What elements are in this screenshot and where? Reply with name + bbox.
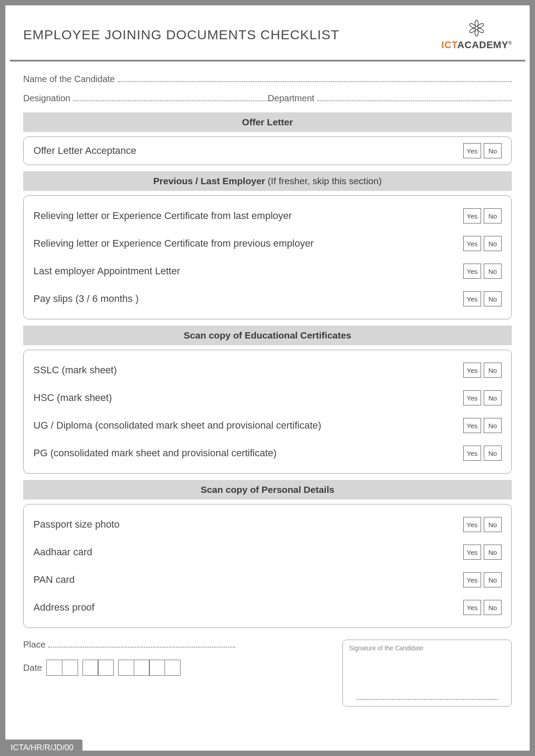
candidate-name-label: Name of the Candidate: [23, 74, 115, 84]
department-input[interactable]: [317, 93, 512, 101]
footer: Place Date: [5, 628, 530, 706]
checklist-item: Pay slips (3 / 6 months ) Yes No: [33, 285, 502, 313]
header: EMPLOYEE JOINING DOCUMENTS CHECKLIST ICT…: [5, 5, 530, 60]
no-checkbox[interactable]: No: [484, 291, 502, 306]
signature-label: Signature of the Candidate: [349, 644, 505, 652]
yes-checkbox[interactable]: Yes: [463, 517, 481, 532]
yes-no-group: Yes No: [463, 291, 502, 306]
date-box[interactable]: [98, 660, 114, 676]
item-label: Relieving letter or Experience Certifica…: [33, 210, 292, 222]
date-box[interactable]: [118, 660, 134, 676]
item-label: Aadhaar card: [33, 546, 92, 558]
candidate-name-input[interactable]: [118, 74, 512, 82]
item-label: Address proof: [33, 602, 95, 613]
item-label: Offer Letter Acceptance: [33, 145, 136, 157]
registered-mark-icon: ®: [508, 41, 512, 45]
item-label: PAN card: [33, 574, 75, 586]
svg-point-0: [475, 20, 478, 27]
yes-no-group: Yes No: [463, 418, 502, 433]
no-checkbox[interactable]: No: [484, 264, 502, 279]
date-box[interactable]: [134, 660, 150, 676]
page-title: EMPLOYEE JOINING DOCUMENTS CHECKLIST: [23, 27, 339, 42]
yes-no-group: Yes No: [463, 390, 502, 405]
item-label: HSC (mark sheet): [33, 392, 112, 404]
checklist-item: PG (consolidated mark sheet and provisio…: [33, 439, 502, 467]
date-box[interactable]: [165, 660, 181, 676]
candidate-name-field: Name of the Candidate: [23, 74, 512, 84]
logo-ict: ICT: [441, 39, 457, 50]
form-content: Name of the Candidate Designation Depart…: [5, 62, 530, 628]
document-code: ICTA/HR/R/JD/00: [0, 739, 82, 756]
item-label: Passport size photo: [33, 519, 119, 530]
checklist-item: PAN card Yes No: [33, 566, 502, 594]
date-box[interactable]: [82, 660, 99, 676]
place-field: Place: [23, 640, 325, 650]
item-label: Last employer Appointment Letter: [33, 265, 180, 277]
no-checkbox[interactable]: No: [484, 390, 502, 405]
date-month-boxes: [82, 660, 114, 676]
yes-no-group: Yes No: [463, 363, 502, 378]
document-page: EMPLOYEE JOINING DOCUMENTS CHECKLIST ICT…: [0, 0, 535, 756]
yes-no-group: Yes No: [463, 572, 502, 587]
yes-checkbox[interactable]: Yes: [463, 291, 481, 306]
signature-line: [356, 699, 498, 700]
designation-label: Designation: [23, 93, 70, 103]
yes-checkbox[interactable]: Yes: [463, 545, 481, 560]
date-box[interactable]: [46, 660, 62, 676]
section-box-offer: Offer Letter Acceptance Yes No: [23, 136, 512, 165]
date-year-boxes: [118, 660, 181, 676]
no-checkbox[interactable]: No: [484, 208, 502, 223]
no-checkbox[interactable]: No: [484, 143, 502, 158]
checklist-item: Aadhaar card Yes No: [33, 538, 502, 566]
no-checkbox[interactable]: No: [484, 572, 502, 587]
section-header-personal: Scan copy of Personal Details: [23, 480, 512, 500]
yes-no-group: Yes No: [463, 545, 502, 560]
yes-checkbox[interactable]: Yes: [463, 418, 481, 433]
yes-checkbox[interactable]: Yes: [463, 208, 481, 223]
section-header-offer: Offer Letter: [23, 112, 512, 132]
yes-no-group: Yes No: [463, 446, 502, 461]
section-box-education: SSLC (mark sheet) Yes No HSC (mark sheet…: [23, 350, 512, 474]
no-checkbox[interactable]: No: [484, 363, 502, 378]
checklist-item: Relieving letter or Experience Certifica…: [33, 230, 502, 257]
checklist-item: UG / Diploma (consolidated mark sheet an…: [33, 412, 502, 439]
no-checkbox[interactable]: No: [484, 545, 502, 560]
section-header-education: Scan copy of Educational Certificates: [23, 326, 512, 345]
yes-checkbox[interactable]: Yes: [463, 236, 481, 251]
yes-checkbox[interactable]: Yes: [463, 143, 481, 158]
place-input[interactable]: [48, 640, 235, 648]
no-checkbox[interactable]: No: [484, 517, 502, 532]
flower-icon: [467, 19, 486, 37]
place-label: Place: [23, 640, 45, 650]
department-label: Department: [268, 93, 315, 103]
yes-checkbox[interactable]: Yes: [463, 600, 481, 615]
item-label: PG (consolidated mark sheet and provisio…: [33, 447, 276, 459]
yes-checkbox[interactable]: Yes: [463, 572, 481, 587]
item-label: UG / Diploma (consolidated mark sheet an…: [33, 420, 321, 431]
yes-checkbox[interactable]: Yes: [463, 264, 481, 279]
yes-no-group: Yes No: [463, 208, 502, 223]
item-label: Relieving letter or Experience Certifica…: [33, 238, 313, 249]
item-label: SSLC (mark sheet): [33, 364, 117, 376]
designation-input[interactable]: [73, 93, 268, 101]
yes-no-group: Yes No: [463, 264, 502, 279]
checklist-item: Address proof Yes No: [33, 594, 502, 621]
no-checkbox[interactable]: No: [484, 418, 502, 433]
no-checkbox[interactable]: No: [484, 446, 502, 461]
svg-point-3: [475, 29, 478, 36]
signature-box[interactable]: Signature of the Candidate: [342, 640, 512, 706]
no-checkbox[interactable]: No: [484, 236, 502, 251]
yes-checkbox[interactable]: Yes: [463, 390, 481, 405]
logo: ICTACADEMY®: [441, 19, 512, 51]
logo-academy: ACADEMY: [457, 39, 508, 50]
checklist-item: Passport size photo Yes No: [33, 511, 502, 538]
date-box[interactable]: [62, 660, 78, 676]
yes-checkbox[interactable]: Yes: [463, 446, 481, 461]
date-day-boxes: [46, 660, 78, 676]
yes-no-group: Yes No: [463, 143, 502, 158]
date-box[interactable]: [149, 660, 165, 676]
checklist-item: SSLC (mark sheet) Yes No: [33, 356, 502, 384]
no-checkbox[interactable]: No: [484, 600, 502, 615]
item-label: Pay slips (3 / 6 months ): [33, 293, 139, 305]
yes-checkbox[interactable]: Yes: [463, 363, 481, 378]
